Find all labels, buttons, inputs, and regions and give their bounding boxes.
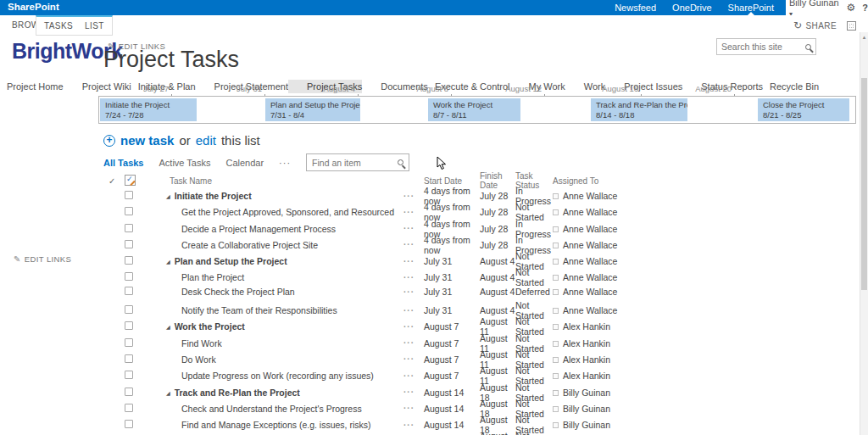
task-name-link[interactable]: Get the Project Approved, Sponsored, and…	[181, 207, 394, 217]
timeline-bar[interactable]: Initiate the Project 7/24 - 7/28	[100, 98, 197, 121]
new-task-link[interactable]: new task	[120, 133, 174, 148]
row-checkbox[interactable]	[125, 305, 133, 314]
gear-icon[interactable]: ⚙	[847, 2, 856, 14]
row-checkbox[interactable]	[125, 404, 133, 412]
search-icon[interactable]	[805, 44, 811, 50]
assigned-to-link[interactable]: Billy Guinan	[563, 404, 610, 414]
task-name-link[interactable]: Find Work	[181, 338, 222, 349]
assigned-to-link[interactable]: Alex Hankin	[563, 321, 610, 332]
edit-list-link[interactable]: edit	[196, 133, 216, 148]
collapse-triangle-icon[interactable]: ◢	[166, 325, 170, 330]
timeline-bar-title: Plan and Setup the Project	[270, 100, 355, 110]
row-checkbox[interactable]	[125, 354, 133, 363]
assigned-to-link[interactable]: Anne Wallace	[563, 240, 617, 250]
assigned-to-link[interactable]: Anne Wallace	[563, 224, 617, 234]
row-checkbox[interactable]	[125, 420, 133, 428]
column-assigned-to[interactable]: Assigned To	[553, 176, 629, 186]
row-checkbox[interactable]	[125, 207, 133, 215]
task-name-link[interactable]: Create a Collaborative Project Site	[181, 240, 318, 250]
row-checkbox[interactable]	[125, 256, 133, 265]
row-checkbox[interactable]	[125, 321, 133, 330]
row-checkbox[interactable]	[125, 338, 133, 347]
collapse-triangle-icon[interactable]: ◢	[166, 194, 170, 199]
timeline-bar[interactable]: Plan and Setup the Project 7/31 - 8/4	[265, 98, 360, 121]
row-checkbox[interactable]	[125, 191, 133, 199]
row-menu-ellipsis[interactable]: ···	[403, 338, 424, 348]
row-menu-ellipsis[interactable]: ···	[403, 224, 424, 233]
suite-link-onedrive[interactable]: OneDrive	[672, 0, 711, 15]
assigned-to-link[interactable]: Anne Wallace	[563, 287, 617, 297]
find-item-input[interactable]	[312, 158, 398, 168]
site-search-input[interactable]	[721, 42, 805, 52]
collapse-triangle-icon[interactable]: ◢	[166, 391, 170, 396]
assigned-to-link[interactable]: Alex Hankin	[563, 338, 610, 349]
row-menu-ellipsis[interactable]: ···	[403, 421, 424, 430]
task-name-link[interactable]: Find and Manage Exceptions (e.g. issues,…	[181, 420, 371, 430]
task-name-link[interactable]: Do Work	[181, 354, 216, 365]
views-more-button[interactable]: ···	[279, 158, 291, 168]
task-name-link[interactable]: Check and Understand the Project's Progr…	[181, 404, 362, 414]
view-active-tasks[interactable]: Active Tasks	[159, 158, 211, 168]
assigned-to-link[interactable]: Billy Guinan	[563, 420, 610, 430]
task-name-link[interactable]: Plan the Project	[181, 272, 244, 282]
row-menu-ellipsis[interactable]: ···	[403, 388, 424, 397]
task-name-link[interactable]: Track and Re-Plan the Project	[175, 388, 300, 398]
focus-content-icon[interactable]	[847, 21, 856, 31]
row-menu-ellipsis[interactable]: ···	[403, 257, 424, 266]
task-name-link[interactable]: Decide a Project Management Process	[181, 224, 336, 234]
task-name-link[interactable]: Notify the Team of their Responsibilitie…	[181, 305, 337, 315]
row-checkbox[interactable]	[125, 240, 133, 248]
tab-tasks[interactable]: TASKS	[44, 21, 73, 31]
column-task-name[interactable]: Task Name	[156, 176, 403, 186]
row-menu-ellipsis[interactable]: ···	[403, 240, 424, 249]
collapse-triangle-icon[interactable]: ◢	[166, 259, 170, 265]
tab-list[interactable]: LIST	[85, 21, 104, 31]
vertical-scrollbar[interactable]: ▴	[860, 32, 868, 435]
task-name-link[interactable]: Plan and Setup the Project	[175, 256, 287, 266]
find-search-icon[interactable]	[398, 159, 403, 165]
row-menu-ellipsis[interactable]: ···	[403, 273, 424, 282]
timeline-bar[interactable]: Track and Re-Plan the Project 8/14 - 8/1…	[591, 98, 687, 121]
assigned-to-link[interactable]: Anne Wallace	[563, 207, 617, 217]
share-button[interactable]: ↻ SHARE	[793, 20, 837, 31]
row-checkbox[interactable]	[125, 224, 133, 232]
assigned-to-link[interactable]: Alex Hankin	[563, 354, 610, 365]
select-all-check[interactable]: ✓	[108, 176, 122, 186]
timeline-bar[interactable]: Work the Project 8/7 - 8/11	[428, 98, 520, 121]
column-start-date[interactable]: Start Date	[424, 176, 480, 186]
task-name-link[interactable]: Update Progress on Work (recording any i…	[181, 371, 374, 381]
row-menu-ellipsis[interactable]: ···	[403, 287, 424, 297]
row-checkbox[interactable]	[125, 272, 133, 281]
row-menu-ellipsis[interactable]: ···	[403, 322, 424, 332]
task-name-link[interactable]: Initiate the Project	[175, 191, 252, 201]
assigned-to-link[interactable]: Anne Wallace	[563, 191, 617, 201]
row-checkbox[interactable]	[125, 371, 133, 379]
row-menu-ellipsis[interactable]: ···	[403, 192, 424, 201]
scrollbar-thumb[interactable]	[861, 78, 867, 290]
row-menu-ellipsis[interactable]: ···	[403, 354, 424, 364]
view-calendar[interactable]: Calendar	[225, 158, 264, 168]
assigned-to-link[interactable]: Alex Hankin	[563, 371, 610, 381]
suite-link-sharepoint[interactable]: SharePoint	[728, 0, 774, 15]
row-checkbox[interactable]	[125, 388, 133, 396]
sidebar-item[interactable]: Project Home	[0, 80, 64, 93]
row-menu-ellipsis[interactable]: ···	[403, 371, 424, 381]
suite-link-newsfeed[interactable]: Newsfeed	[615, 0, 656, 15]
timeline-bar[interactable]: Close the Project 8/21 - 8/25	[758, 98, 849, 121]
edit-links-sidebar[interactable]: ✎ EDIT LINKS	[14, 254, 71, 264]
assigned-to-link[interactable]: Anne Wallace	[563, 305, 617, 315]
assigned-to-link[interactable]: Anne Wallace	[563, 256, 617, 266]
task-name-link[interactable]: Desk Check the Project Plan	[181, 287, 295, 297]
assigned-to-link[interactable]: Anne Wallace	[563, 272, 617, 282]
assigned-to-link[interactable]: Billy Guinan	[563, 388, 610, 398]
column-finish-date[interactable]: Finish Date	[480, 171, 515, 190]
task-name-link[interactable]: Work the Project	[175, 321, 245, 332]
help-icon[interactable]: ?	[862, 3, 868, 13]
view-all-tasks[interactable]: All Tasks	[103, 158, 144, 168]
row-menu-ellipsis[interactable]: ···	[403, 208, 424, 217]
row-menu-ellipsis[interactable]: ···	[403, 404, 424, 413]
row-checkbox[interactable]	[125, 287, 133, 295]
scrollbar-up-arrow[interactable]: ▴	[860, 34, 868, 41]
edit-items-icon[interactable]	[125, 175, 136, 186]
row-menu-ellipsis[interactable]: ···	[403, 306, 424, 315]
